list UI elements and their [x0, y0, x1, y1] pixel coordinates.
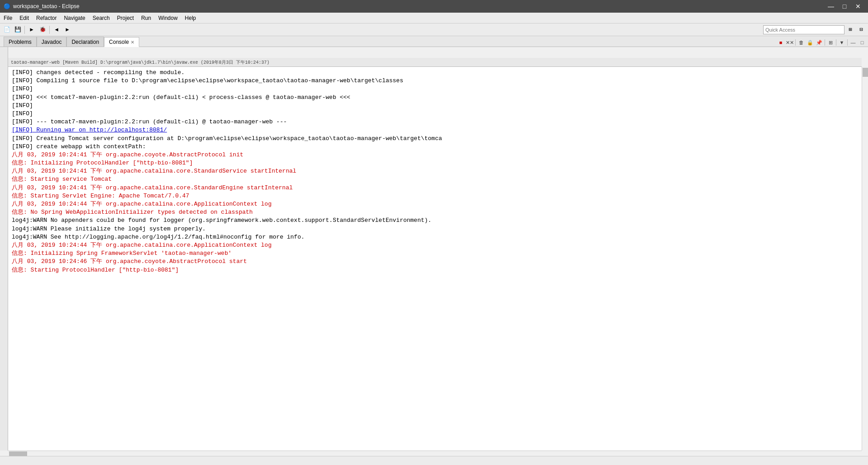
horizontal-scrollbar[interactable]: [8, 451, 862, 456]
toolbar-run[interactable]: ▶: [27, 25, 37, 35]
title-bar: 🔵 workspace_taotao - Eclipse — □ ✕: [0, 0, 868, 13]
close-button[interactable]: ✕: [852, 1, 864, 11]
toolbar-perspectives[interactable]: ⊞: [845, 25, 855, 35]
tab-problems-label: Problems: [9, 39, 32, 45]
tab-declaration[interactable]: Declaration: [66, 37, 104, 47]
tab-console-close[interactable]: ✕: [131, 40, 134, 45]
console-line: 信息: Starting service Tomcat: [12, 175, 858, 183]
console-line: 八月 03, 2019 10:24:41 下午 org.apache.coyot…: [12, 151, 858, 159]
console-content-area: [INFO] changes detected - recompiling th…: [8, 67, 862, 451]
console-line: 八月 03, 2019 10:24:41 下午 org.apache.catal…: [12, 184, 858, 192]
maximize-button[interactable]: □: [838, 1, 851, 11]
console-terminate-btn[interactable]: ■: [777, 38, 785, 47]
left-indicator: [0, 47, 8, 451]
console-line: 信息: Starting Servlet Engine: Apache Tomc…: [12, 192, 858, 200]
title-bar-controls: — □ ✕: [825, 1, 864, 11]
tab-declaration-label: Declaration: [71, 39, 99, 45]
menu-refactor[interactable]: Refactor: [33, 13, 60, 23]
tab-console-label: Console: [109, 39, 129, 45]
console-line: 信息: Initializing ProtocolHandler ["http-…: [12, 159, 858, 167]
menu-help[interactable]: Help: [181, 13, 200, 23]
console-line: [INFO] Creating Tomcat server configurat…: [12, 135, 858, 143]
console-line: 八月 03, 2019 10:24:44 下午 org.apache.catal…: [12, 200, 858, 208]
console-line: 八月 03, 2019 10:24:44 下午 org.apache.catal…: [12, 241, 858, 249]
menu-run[interactable]: Run: [137, 13, 155, 23]
toolbar-save[interactable]: 💾: [13, 25, 23, 35]
console-remove-btn[interactable]: ✕✕: [786, 38, 794, 47]
menu-file[interactable]: File: [0, 13, 16, 23]
console-line: [INFO]: [12, 102, 858, 110]
menu-window[interactable]: Window: [155, 13, 181, 23]
console-line: [INFO] <<< tomcat7-maven-plugin:2.2:run …: [12, 94, 858, 102]
console-output[interactable]: [INFO] changes detected - recompiling th…: [8, 67, 862, 451]
menu-project[interactable]: Project: [113, 13, 137, 23]
toolbar-forward[interactable]: ▶: [62, 25, 72, 35]
console-line[interactable]: [INFO] Running war on http://localhost:8…: [12, 126, 858, 134]
console-sep-3: [836, 39, 836, 46]
console-line: [INFO] --- tomcat7-maven-plugin:2.2:run …: [12, 118, 858, 126]
minimize-button[interactable]: —: [825, 1, 837, 11]
window-title: workspace_taotao - Eclipse: [13, 3, 80, 9]
console-sep-1: [795, 39, 796, 46]
console-line: [INFO] Compiling 1 source file to D:\pro…: [12, 77, 858, 85]
tab-console[interactable]: Console ✕: [104, 37, 139, 47]
vertical-scroll-thumb[interactable]: [863, 68, 868, 77]
menu-bar: File Edit Refactor Navigate Search Proje…: [0, 13, 868, 23]
console-line: [INFO] create webapp with contextPath:: [12, 143, 858, 151]
menu-navigate[interactable]: Navigate: [60, 13, 89, 23]
toolbar-debug[interactable]: 🐞: [38, 25, 47, 35]
console-line: 八月 03, 2019 10:24:41 下午 org.apache.catal…: [12, 167, 858, 175]
tab-bar: Problems Javadoc Declaration Console ✕ ■…: [0, 36, 868, 47]
console-process-title: taotao-manager-web [Maven Build] D:\prog…: [11, 59, 269, 66]
console-maximize-btn[interactable]: □: [858, 38, 866, 47]
toolbar-sep-2: [49, 26, 50, 34]
console-line: 信息: Starting ProtocolHandler ["http-bio-…: [12, 266, 858, 274]
console-line: 信息: Initializing Spring FrameworkServlet…: [12, 249, 858, 258]
console-menu-btn[interactable]: ▼: [838, 38, 846, 47]
menu-search[interactable]: Search: [89, 13, 113, 23]
vertical-scrollbar[interactable]: [862, 67, 868, 451]
console-line: log4j:WARN See http://logging.apache.org…: [12, 233, 858, 241]
tab-problems[interactable]: Problems: [4, 37, 37, 47]
tab-javadoc-label: Javadoc: [42, 39, 62, 45]
console-line: [INFO]: [12, 110, 858, 118]
console-scroll-lock-btn[interactable]: 🔒: [806, 38, 814, 47]
toolbar-view-menu[interactable]: ⊟: [856, 25, 866, 35]
status-bar: [0, 456, 868, 465]
console-line: 八月 03, 2019 10:24:46 下午 org.apache.coyot…: [12, 258, 858, 266]
toolbar-sep-1: [24, 26, 25, 34]
console-minimize-btn[interactable]: —: [849, 38, 857, 47]
console-open-console-btn[interactable]: ⊞: [826, 38, 835, 47]
menu-edit[interactable]: Edit: [16, 13, 33, 23]
console-line: [INFO]: [12, 85, 858, 93]
console-line: [INFO] changes detected - recompiling th…: [12, 69, 858, 77]
console-line: log4j:WARN No appenders could be found f…: [12, 216, 858, 225]
console-line: 信息: No Spring WebApplicationInitializer …: [12, 208, 858, 216]
quick-access-input[interactable]: [763, 25, 844, 34]
console-sep-2: [825, 39, 825, 46]
toolbar-new[interactable]: 📄: [2, 25, 12, 35]
title-bar-left: 🔵 workspace_taotao - Eclipse: [4, 3, 80, 9]
tab-javadoc[interactable]: Javadoc: [37, 37, 67, 47]
app-icon: 🔵: [4, 3, 10, 9]
console-header-bar: taotao-manager-web [Maven Build] D:\prog…: [8, 58, 862, 67]
console-line: log4j:WARN Please initialize the log4j s…: [12, 225, 858, 233]
toolbar: 📄 💾 ▶ 🐞 ◀ ▶ ⊞ ⊟: [0, 23, 868, 36]
toolbar-back[interactable]: ◀: [52, 25, 61, 35]
console-sep-4: [847, 39, 848, 46]
console-clear-btn[interactable]: 🗑: [797, 38, 805, 47]
horizontal-scroll-thumb[interactable]: [9, 451, 27, 456]
console-pin-btn[interactable]: 📌: [815, 38, 823, 47]
